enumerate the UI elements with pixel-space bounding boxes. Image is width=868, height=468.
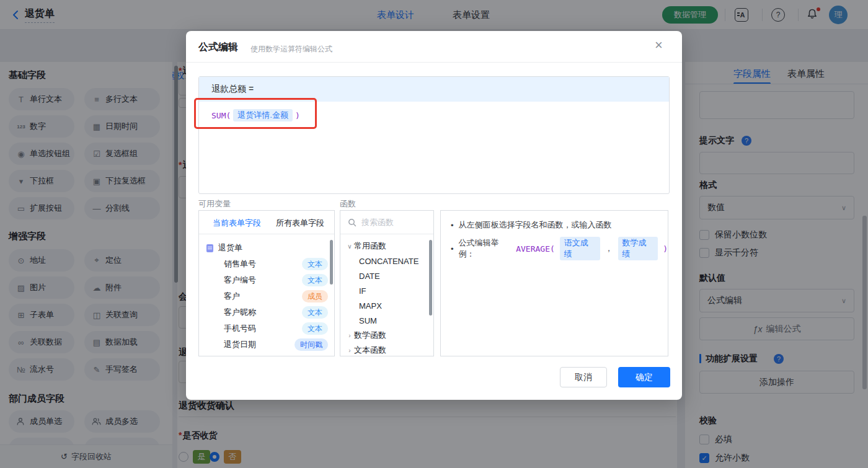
- formula-target-bar: 退款总额 =: [199, 77, 669, 102]
- help-tip-2: • 公式编辑举例：AVERAGE(语文成绩，数学成绩): [451, 237, 668, 260]
- function-item[interactable]: SUM: [340, 313, 433, 328]
- form-file-icon: [206, 244, 213, 252]
- search-placeholder: 搜索函数: [361, 217, 394, 228]
- tree-root-form[interactable]: 退货单: [199, 240, 334, 256]
- chevron-right-icon: ›: [345, 332, 354, 339]
- example-function-name: AVERAGE(: [516, 244, 555, 254]
- divider: [199, 234, 334, 234]
- variable-row[interactable]: 销售单号文本: [199, 256, 334, 272]
- variable-row[interactable]: 客户编号文本: [199, 272, 334, 288]
- example-closing-paren: ): [663, 244, 668, 254]
- field-chip[interactable]: 退货详情.金额: [233, 109, 293, 121]
- formula-expression[interactable]: SUM( 退货详情.金额 ): [211, 109, 300, 121]
- help-panel: • 从左侧面板选择字段名和函数，或输入函数 • 公式编辑举例：AVERAGE(语…: [440, 210, 668, 356]
- type-badge: 时间戳: [294, 338, 328, 351]
- functions-scrollbar[interactable]: [429, 240, 432, 316]
- function-item[interactable]: IF: [340, 283, 433, 298]
- type-badge: 文本: [302, 258, 328, 270]
- functions-label: 函数: [340, 198, 356, 210]
- variable-row[interactable]: 客户成员: [199, 288, 334, 304]
- variable-row[interactable]: 退货日期时间戳: [199, 337, 334, 353]
- app-window: 退货单 表单设计 表单设置 数据管理 A ? 理 ⊘ 表单外链 ⊡ 后端脚本 ▥…: [0, 0, 868, 468]
- divider: [186, 62, 682, 63]
- example-field-chip: 数学成绩: [618, 237, 658, 260]
- confirm-button[interactable]: 确定: [618, 367, 670, 387]
- closing-paren: ): [295, 111, 300, 120]
- type-badge: 文本: [302, 306, 328, 319]
- dialog-title: 公式编辑: [198, 41, 238, 54]
- help-tip-1: • 从左侧面板选择字段名和函数，或输入函数: [451, 219, 612, 231]
- function-group-text[interactable]: ›文本函数: [340, 343, 433, 358]
- function-search-box[interactable]: 搜索函数: [340, 211, 433, 234]
- variables-scrollbar[interactable]: [330, 240, 333, 285]
- close-icon[interactable]: ×: [655, 38, 663, 52]
- function-item[interactable]: MAPX: [340, 298, 433, 313]
- function-group-common[interactable]: ∨常用函数: [340, 239, 433, 254]
- function-group-math[interactable]: ›数学函数: [340, 328, 433, 343]
- variables-label: 可用变量: [198, 198, 231, 210]
- formula-editor[interactable]: 退款总额 = SUM( 退货详情.金额 ): [198, 76, 670, 194]
- type-badge: 文本: [302, 274, 328, 286]
- example-field-chip: 语文成绩: [560, 237, 600, 260]
- function-name: SUM(: [211, 111, 231, 120]
- dialog-subtitle: 使用数学运算符编辑公式: [250, 44, 332, 55]
- type-badge: 文本: [302, 322, 328, 335]
- functions-panel: 搜索函数 ∨常用函数 CONCATENATE DATE IF MAPX SUM …: [340, 210, 434, 356]
- variable-row[interactable]: 手机号码文本: [199, 320, 334, 337]
- cancel-button[interactable]: 取消: [560, 367, 607, 387]
- chevron-down-icon: ∨: [345, 243, 354, 250]
- function-item[interactable]: CONCATENATE: [340, 254, 433, 268]
- function-item[interactable]: DATE: [340, 268, 433, 283]
- variables-panel: 当前表单字段 所有表单字段 退货单 销售单号文本 客户编号文本 客户成员 客户昵…: [198, 210, 335, 356]
- chevron-right-icon: ›: [345, 347, 354, 354]
- type-badge: 成员: [302, 290, 328, 302]
- search-icon: [348, 218, 356, 227]
- variable-row[interactable]: 客户昵称文本: [199, 304, 334, 320]
- tab-all-form-fields[interactable]: 所有表单字段: [276, 218, 324, 229]
- tab-current-form-fields[interactable]: 当前表单字段: [213, 218, 261, 229]
- formula-edit-dialog: 公式编辑 使用数学运算符编辑公式 × 退款总额 = SUM( 退货详情.金额 )…: [186, 31, 682, 400]
